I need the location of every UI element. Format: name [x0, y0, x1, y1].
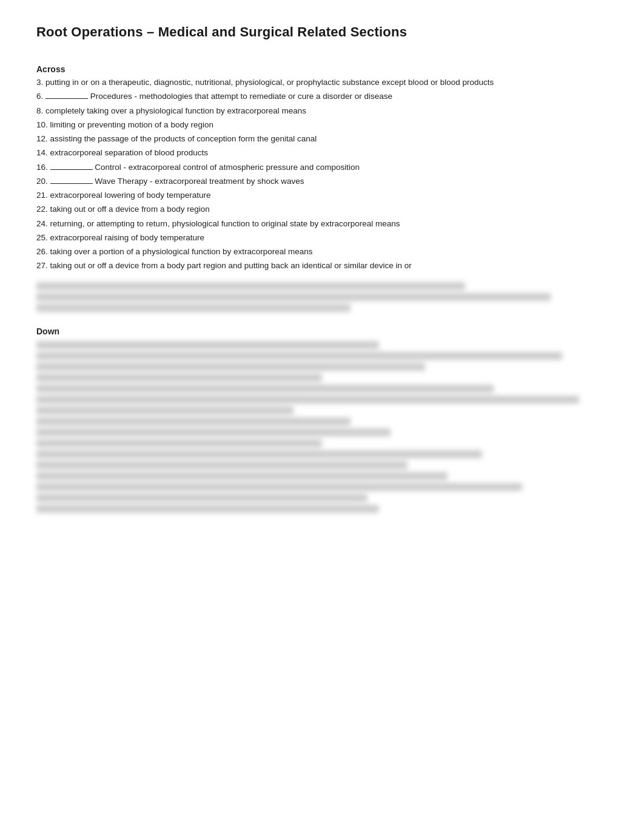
across-section: Across 3. putting in or on a therapeutic…: [36, 64, 608, 312]
across-clue-list: 3. putting in or on a therapeutic, diagn…: [36, 76, 608, 272]
clue-10: 10. limiting or preventing motion of a b…: [36, 119, 608, 131]
clue-22: 22. taking out or off a device from a bo…: [36, 203, 608, 215]
page-title: Root Operations – Medical and Surgical R…: [36, 24, 608, 40]
clue-20: 20. Wave Therapy - extracorporeal treatm…: [36, 175, 608, 188]
blank-16: [50, 169, 93, 170]
clue-16: 16. Control - extracorporeal control of …: [36, 161, 608, 174]
clue-21: 21. extracorporeal lowering of body temp…: [36, 189, 608, 201]
down-clues-blurred: [36, 341, 608, 513]
across-blurred-continuation: [36, 282, 608, 312]
clue-8: 8. completely taking over a physiologica…: [36, 105, 608, 117]
clue-3: 3. putting in or on a therapeutic, diagn…: [36, 76, 608, 89]
clue-6: 6. Procedures - methodologies that attem…: [36, 90, 608, 103]
blank-20: [50, 183, 93, 184]
clue-24: 24. returning, or attempting to return, …: [36, 218, 608, 230]
across-heading: Across: [36, 64, 608, 74]
clue-26: 26. taking over a portion of a physiolog…: [36, 246, 608, 258]
clue-27: 27. taking out or off a device from a bo…: [36, 260, 608, 272]
clue-14: 14. extracorporeal separation of blood p…: [36, 147, 608, 159]
clue-25: 25. extracorporeal raising of body tempe…: [36, 232, 608, 244]
clue-12: 12. assisting the passage of the product…: [36, 133, 608, 145]
blank-6: [45, 98, 88, 99]
down-heading: Down: [36, 326, 608, 336]
down-section: Down: [36, 326, 608, 513]
